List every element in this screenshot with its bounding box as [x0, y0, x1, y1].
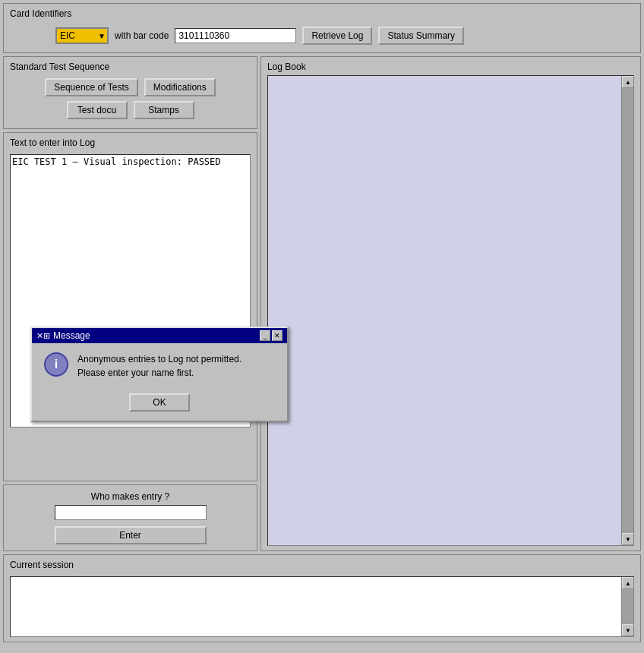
dialog-message-line1: Anonymous entries to Log not permitted. — [77, 352, 242, 366]
dialog-body: i Anonymous entries to Log not permitted… — [32, 343, 287, 389]
dialog-message-text: Anonymous entries to Log not permitted. … — [77, 352, 242, 380]
info-letter: i — [55, 358, 58, 371]
dialog-title-icon: ✕⊞ — [36, 331, 50, 341]
dialog-title-controls: _ ✕ — [260, 330, 283, 341]
dialog-minimize-button[interactable]: _ — [260, 330, 270, 341]
dialog-title-left: ✕⊞ Message — [36, 330, 90, 341]
dialog-titlebar: ✕⊞ Message _ ✕ — [32, 328, 287, 343]
dialog-close-button[interactable]: ✕ — [272, 330, 283, 341]
dialog-message-line2: Please enter your name first. — [77, 366, 242, 380]
dialog-info-icon: i — [44, 352, 68, 377]
modal-overlay: ✕⊞ Message _ ✕ i Anonymous entries to Lo… — [0, 0, 644, 653]
minimize-icon: _ — [263, 332, 267, 339]
close-icon: ✕ — [274, 332, 280, 339]
dialog-ok-button[interactable]: OK — [129, 393, 190, 412]
message-dialog: ✕⊞ Message _ ✕ i Anonymous entries to Lo… — [30, 326, 289, 422]
dialog-title-text: Message — [53, 330, 90, 341]
dialog-footer: OK — [32, 389, 287, 421]
